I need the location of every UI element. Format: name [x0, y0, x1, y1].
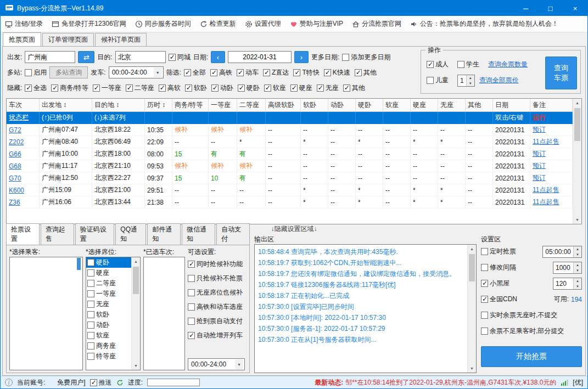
hide-column-checkbox[interactable]: 软卧: [185, 83, 207, 93]
toolbar-announcement[interactable]: 公告：抢票靠的是坚持，放弃就是给别人机会！: [410, 19, 558, 29]
table-header-cell[interactable]: 硬卧: [356, 99, 383, 112]
table-cell[interactable]: 11点起售: [530, 196, 573, 208]
hide-column-checkbox[interactable]: 硬卧: [238, 83, 260, 93]
option-checkbox[interactable]: 自动抢增开列车: [188, 328, 247, 342]
query-all-price-link[interactable]: 查询全部票价: [479, 76, 519, 85]
seat-item[interactable]: 特等座: [86, 351, 131, 362]
scroll-up-icon[interactable]: [132, 257, 140, 266]
seat-item[interactable]: 无座: [86, 299, 131, 309]
bottom-tab[interactable]: 微信通知: [182, 223, 215, 245]
bottom-tab[interactable]: 查询起售: [41, 223, 74, 245]
depart-input[interactable]: [25, 51, 75, 63]
stepper-arrows[interactable]: [573, 262, 581, 273]
seat-item[interactable]: 硬座: [86, 268, 131, 278]
table-header-cell[interactable]: 备注: [530, 99, 573, 112]
depart-time-select[interactable]: 00:00-24:00: [109, 66, 164, 78]
child-count-stepper[interactable]: 1: [457, 75, 475, 87]
seat-checkbox[interactable]: [87, 322, 94, 329]
main-tab[interactable]: 候补订单页面: [95, 33, 147, 46]
step-up-icon[interactable]: [574, 278, 581, 284]
table-header-cell[interactable]: 高级软卧: [266, 99, 301, 112]
seat-item[interactable]: 二等座: [86, 278, 131, 289]
table-row[interactable]: G66广州南10:00北京西18:0008:0015有有------------…: [7, 148, 573, 160]
toolbar-logout-login[interactable]: 注销/登录: [5, 19, 43, 29]
seat-checkbox[interactable]: [87, 280, 94, 287]
toolbar-check-update[interactable]: 检查更新: [200, 19, 236, 29]
table-header-cell[interactable]: 商务/特等: [172, 99, 209, 112]
blackroom-stepper[interactable]: 120: [553, 278, 582, 290]
table-cell[interactable]: G68: [7, 160, 40, 172]
seat-checkbox[interactable]: [87, 290, 94, 297]
hide-column-checkbox[interactable]: 一等座: [93, 83, 121, 93]
table-row[interactable]: Z202广州南08:40北京西06:4922:09----*--*--*--**…: [7, 136, 573, 148]
hide-column-checkbox[interactable]: 二等座: [126, 83, 154, 93]
toolbar-vip[interactable]: 赞助与注册VIP: [290, 19, 343, 29]
interval-checkbox[interactable]: 修改间隔: [481, 263, 516, 272]
timed-grab-checkbox[interactable]: 定时抢票: [481, 247, 516, 256]
table-cell[interactable]: Z36: [7, 196, 40, 208]
hide-column-checkbox[interactable]: 软座: [264, 83, 286, 93]
scroll-thumb[interactable]: [77, 258, 81, 270]
table-cell[interactable]: K600: [7, 184, 40, 196]
scroll-thumb[interactable]: [574, 108, 580, 141]
table-header-cell[interactable]: 无座: [438, 99, 466, 112]
push-checkbox[interactable]: 推送: [90, 378, 112, 387]
scroll-up-icon[interactable]: [573, 99, 581, 107]
add-more-dates-checkbox[interactable]: 添加更多日期: [342, 53, 390, 62]
table-cell[interactable]: 预订: [530, 172, 573, 184]
seat-checkbox[interactable]: [87, 259, 94, 266]
table-header-cell[interactable]: 目的地 ↕: [92, 99, 145, 112]
step-down-icon[interactable]: [574, 284, 581, 289]
step-up-icon[interactable]: [574, 246, 581, 252]
table-cell[interactable]: 预订: [530, 148, 573, 160]
seat-checkbox[interactable]: [87, 311, 94, 318]
cdn-checkbox[interactable]: 全国CDN: [481, 295, 517, 304]
hide-column-checkbox[interactable]: 无座: [317, 83, 339, 93]
minimize-button[interactable]: ─: [513, 1, 538, 16]
table-row[interactable]: K600广州15:09北京西21:0029:51--------*--*--**…: [7, 184, 573, 196]
table-cell[interactable]: 11点起售: [530, 136, 573, 148]
table-header-cell[interactable]: 一等座: [209, 99, 237, 112]
partial-submit-checkbox[interactable]: 余票不足乘客时,部分提交: [481, 326, 564, 336]
train-type-checkbox[interactable]: 动车: [237, 68, 259, 77]
table-header-cell[interactable]: 日期: [493, 99, 530, 112]
table-header-cell[interactable]: 出发地 ↕: [40, 99, 92, 112]
stepper-arrows[interactable]: [466, 75, 474, 86]
table-cell[interactable]: 预订: [530, 160, 573, 172]
seat-item[interactable]: 软座: [86, 330, 131, 341]
table-cell[interactable]: G70: [7, 172, 40, 184]
seat-item[interactable]: 软卧: [86, 309, 131, 320]
bottom-tab[interactable]: 验证码设置: [75, 223, 115, 245]
student-checkbox[interactable]: 学生: [457, 60, 484, 69]
table-header-cell[interactable]: 软卧: [301, 99, 328, 112]
timed-grab-time-stepper[interactable]: 05:00:00: [542, 246, 582, 258]
scroll-thumb[interactable]: [133, 267, 139, 294]
scroll-down-icon[interactable]: [132, 362, 140, 370]
hide-column-checkbox[interactable]: 其他: [343, 83, 365, 93]
scroll-down-icon[interactable]: [468, 364, 476, 373]
train-type-checkbox[interactable]: 全部: [184, 68, 206, 77]
table-row[interactable]: Z36广州16:06北京西13:4421:38--------*--*--**-…: [7, 196, 573, 208]
table-header-cell[interactable]: 二等座: [237, 99, 266, 112]
hide-column-checkbox[interactable]: 商务/特等: [51, 83, 88, 93]
table-header-cell[interactable]: 车次: [7, 99, 40, 112]
step-down-icon[interactable]: [574, 252, 581, 257]
maximize-button[interactable]: □: [538, 1, 563, 16]
seat-item[interactable]: 一等座: [86, 289, 131, 299]
main-tab[interactable]: 抢票页面: [3, 32, 41, 46]
main-tab[interactable]: 订单管理页面: [42, 33, 94, 46]
scroll-thumb[interactable]: [469, 254, 475, 281]
seat-checkbox[interactable]: [87, 342, 94, 349]
seat-checkbox[interactable]: [87, 269, 94, 277]
seat-item[interactable]: 商务座: [86, 341, 131, 351]
step-down-icon[interactable]: [574, 268, 581, 273]
table-cell[interactable]: G72: [7, 124, 40, 136]
table-cell[interactable]: 运行: [530, 112, 573, 124]
option-checkbox[interactable]: 抢到票自动支付: [188, 314, 247, 328]
time-range-select[interactable]: 00:00-24:00: [188, 358, 245, 370]
seat-checkbox[interactable]: [87, 353, 94, 360]
scroll-down-icon[interactable]: [573, 216, 581, 224]
bottom-tab[interactable]: QQ通知: [115, 223, 146, 245]
same-city-checkbox[interactable]: 同城: [169, 53, 191, 62]
table-header-cell[interactable]: 历时 ↕: [145, 99, 172, 112]
